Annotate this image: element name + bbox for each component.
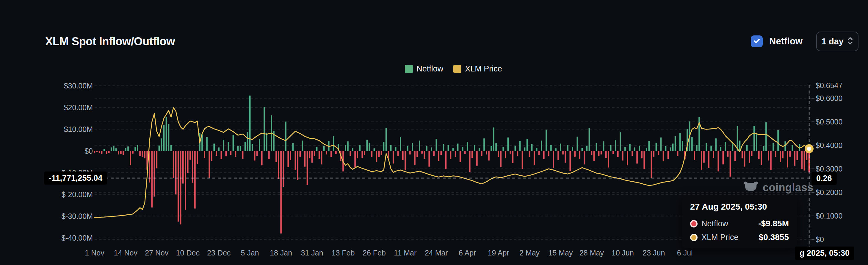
netflow-bar[interactable] <box>185 151 186 210</box>
netflow-bar[interactable] <box>290 151 291 160</box>
netflow-bar[interactable] <box>507 138 509 151</box>
netflow-bar[interactable] <box>717 151 719 172</box>
netflow-bar[interactable] <box>232 135 234 151</box>
netflow-bar[interactable] <box>782 151 783 158</box>
netflow-bar[interactable] <box>378 151 380 157</box>
netflow-bar[interactable] <box>450 151 452 159</box>
netflow-bar[interactable] <box>448 145 449 151</box>
netflow-bar[interactable] <box>314 151 315 156</box>
netflow-bar[interactable] <box>708 151 709 168</box>
netflow-bar[interactable] <box>584 151 585 164</box>
netflow-bar[interactable] <box>443 144 444 151</box>
netflow-bar[interactable] <box>677 151 679 156</box>
netflow-bar[interactable] <box>474 145 475 151</box>
netflow-bar[interactable] <box>710 146 712 151</box>
netflow-bar[interactable] <box>101 151 103 154</box>
netflow-bar[interactable] <box>127 147 129 151</box>
netflow-bar[interactable] <box>297 151 299 180</box>
netflow-bar[interactable] <box>137 145 138 151</box>
netflow-bar[interactable] <box>631 151 633 156</box>
netflow-bar[interactable] <box>622 151 623 160</box>
netflow-bar[interactable] <box>139 151 141 156</box>
netflow-bar[interactable] <box>268 151 270 159</box>
netflow-bar[interactable] <box>381 151 382 155</box>
netflow-bar[interactable] <box>161 139 162 151</box>
netflow-bar[interactable] <box>555 148 557 151</box>
netflow-bar[interactable] <box>132 151 133 154</box>
netflow-bar[interactable] <box>720 147 722 151</box>
netflow-bar[interactable] <box>634 147 636 151</box>
netflow-bar[interactable] <box>476 151 478 166</box>
netflow-bar[interactable] <box>335 151 337 154</box>
netflow-bar[interactable] <box>648 141 650 151</box>
netflow-bar[interactable] <box>562 151 564 154</box>
netflow-bar[interactable] <box>414 151 415 165</box>
netflow-bar[interactable] <box>761 151 762 165</box>
netflow-bar[interactable] <box>529 151 530 157</box>
netflow-bar[interactable] <box>225 151 227 156</box>
netflow-bar[interactable] <box>333 136 334 151</box>
netflow-bar[interactable] <box>237 146 239 151</box>
netflow-bar[interactable] <box>777 130 779 151</box>
netflow-bar[interactable] <box>481 151 483 156</box>
netflow-bar[interactable] <box>574 151 576 157</box>
netflow-bar[interactable] <box>651 151 652 178</box>
netflow-bar[interactable] <box>775 151 776 157</box>
netflow-bar[interactable] <box>211 151 212 161</box>
netflow-bar[interactable] <box>553 151 554 168</box>
netflow-bar[interactable] <box>416 151 418 157</box>
netflow-bar[interactable] <box>582 148 583 151</box>
netflow-bar[interactable] <box>259 139 260 151</box>
netflow-bar[interactable] <box>321 151 322 164</box>
netflow-bar[interactable] <box>546 130 547 151</box>
netflow-bar[interactable] <box>763 146 765 151</box>
netflow-bar[interactable] <box>151 151 153 208</box>
netflow-bar[interactable] <box>393 151 394 164</box>
netflow-bar[interactable] <box>123 151 124 155</box>
netflow-bar[interactable] <box>436 139 437 151</box>
netflow-bar[interactable] <box>593 151 595 161</box>
netflow-bar[interactable] <box>309 151 311 158</box>
netflow-bar[interactable] <box>311 151 313 163</box>
netflow-bar[interactable] <box>560 144 561 151</box>
netflow-bar[interactable] <box>746 145 748 151</box>
netflow-bar[interactable] <box>789 151 790 157</box>
netflow-bar[interactable] <box>600 151 602 154</box>
netflow-bar[interactable] <box>352 148 353 151</box>
netflow-bar[interactable] <box>120 151 122 154</box>
netflow-bar[interactable] <box>424 151 425 159</box>
netflow-bar[interactable] <box>804 151 805 171</box>
netflow-bar[interactable] <box>283 151 284 187</box>
netflow-bar[interactable] <box>431 147 432 151</box>
netflow-bar[interactable] <box>376 151 377 162</box>
netflow-bar[interactable] <box>646 148 647 151</box>
netflow-bar[interactable] <box>453 148 454 151</box>
netflow-bar[interactable] <box>362 151 363 158</box>
netflow-bar[interactable] <box>170 145 172 151</box>
netflow-bar[interactable] <box>349 151 351 156</box>
netflow-bar[interactable] <box>261 151 263 165</box>
netflow-bar[interactable] <box>737 126 738 151</box>
netflow-bar[interactable] <box>142 151 143 157</box>
netflow-bar[interactable] <box>266 133 268 151</box>
netflow-bar[interactable] <box>784 141 786 151</box>
netflow-bar[interactable] <box>732 144 734 151</box>
netflow-bar[interactable] <box>371 151 373 157</box>
netflow-bar[interactable] <box>629 144 631 151</box>
netflow-bar[interactable] <box>478 148 480 151</box>
netflow-bar[interactable] <box>445 151 447 169</box>
netflow-bar[interactable] <box>318 151 320 159</box>
netflow-bar[interactable] <box>359 145 361 151</box>
netflow-bar[interactable] <box>252 144 253 151</box>
netflow-bar[interactable] <box>326 151 327 154</box>
netflow-bar[interactable] <box>730 151 731 177</box>
netflow-bar[interactable] <box>106 151 107 154</box>
netflow-bar[interactable] <box>433 151 435 156</box>
netflow-bar[interactable] <box>675 136 676 151</box>
netflow-bar[interactable] <box>405 151 406 170</box>
netflow-bar[interactable] <box>462 147 463 151</box>
netflow-bar[interactable] <box>280 151 282 233</box>
netflow-bar[interactable] <box>407 146 408 151</box>
netflow-bar[interactable] <box>735 151 736 161</box>
netflow-bar[interactable] <box>699 117 700 151</box>
